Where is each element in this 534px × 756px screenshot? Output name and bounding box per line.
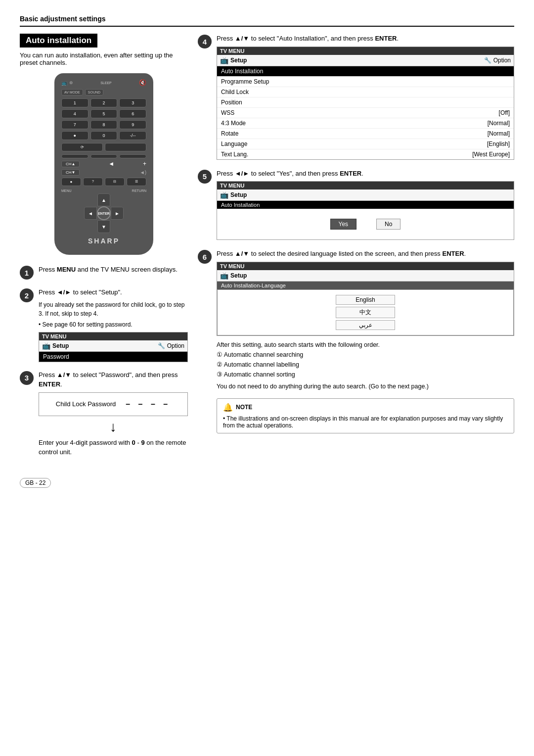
dpad: ▲ ▼ ◄ ► ENTER: [84, 193, 124, 233]
step-4-position-row: Position: [217, 97, 514, 108]
position-label: Position: [221, 99, 242, 106]
dpad-up[interactable]: ▲: [97, 193, 110, 206]
step-6-setup-row: 📺 Setup: [217, 270, 514, 282]
btn-extra1[interactable]: ⟳: [61, 143, 103, 151]
no-action-text: You do not need to do anything during th…: [217, 381, 514, 391]
vol-minus[interactable]: ◄: [108, 160, 114, 167]
step-2-subtext1: If you already set the password for chil…: [39, 300, 188, 318]
step-4-childlock-row: Child Lock: [217, 87, 514, 97]
dpad-down[interactable]: ▼: [97, 220, 110, 233]
mode43-label: 4:3 Mode: [221, 120, 246, 127]
setup-label: Setup: [52, 342, 69, 349]
btn-9[interactable]: 9: [119, 120, 146, 129]
btn-extra5[interactable]: [119, 154, 146, 158]
enter-btn[interactable]: ENTER: [97, 206, 111, 220]
step-5-setup-label: Setup: [230, 191, 247, 198]
number-grid: 1 2 3 4 5 6 7 8 9 ● 0 -/--: [61, 98, 146, 140]
no-btn[interactable]: No: [376, 219, 400, 230]
btn-sm4[interactable]: ☰: [127, 178, 146, 186]
lang-btn-chinese[interactable]: 中文: [336, 307, 395, 318]
step-1-content: Press MENU and the TV MENU screen displa…: [39, 265, 188, 278]
note-header: 🔔 NOTE: [223, 403, 508, 412]
btn-8[interactable]: 8: [90, 120, 118, 129]
step-2-block: 2 Press ◄/► to select "Setup". If you al…: [20, 287, 188, 362]
order-item-3: ③ Automatic channel sorting: [217, 370, 514, 379]
step-4-auto-install-row: Auto Installation: [217, 66, 514, 77]
remote-logo: SHARP: [61, 237, 146, 245]
btn-sm3[interactable]: ⊟: [105, 178, 125, 186]
btn-3[interactable]: 3: [119, 98, 146, 107]
btn-sm1[interactable]: ●: [61, 178, 81, 186]
ch-down-btn[interactable]: CH▼: [61, 169, 80, 176]
btn-0[interactable]: 0: [90, 131, 118, 140]
step-3-num: 3: [20, 371, 34, 385]
child-lock-label: Child Lock Password: [56, 400, 116, 408]
btn-extra3[interactable]: [61, 154, 89, 158]
wss-value: [Off]: [499, 109, 510, 116]
note-label: NOTE: [236, 404, 252, 411]
step-2-menu-header: TV MENU: [39, 332, 187, 340]
dpad-right[interactable]: ►: [111, 207, 124, 220]
btn-1[interactable]: 1: [61, 98, 89, 107]
page-num: 22: [39, 479, 45, 486]
btn-extra4[interactable]: [90, 154, 118, 158]
step-4-option-icon: 🔧: [484, 57, 491, 64]
step-4-text: Press ▲/▼ to select "Auto Installation",…: [217, 34, 514, 44]
step-6-block: 6 Press ▲/▼ to select the desired langua…: [198, 249, 514, 433]
childlock-label: Child Lock: [221, 89, 249, 95]
intro-text: You can run auto installation, even afte…: [20, 51, 188, 66]
btn-5[interactable]: 5: [90, 109, 118, 118]
btn-2[interactable]: 2: [90, 98, 118, 107]
step-1-num: 1: [20, 266, 34, 280]
yes-btn[interactable]: Yes: [330, 219, 357, 230]
step-4-textlang-row: Text Lang. [West Europe]: [217, 149, 514, 159]
av-mode-btn[interactable]: AV MODE: [61, 89, 83, 95]
step-6-menu-header: TV MENU: [217, 262, 514, 270]
return-label: RETURN: [132, 189, 146, 192]
sound-btn[interactable]: SOUND: [85, 89, 103, 95]
step-4-language-row: Language [English]: [217, 139, 514, 149]
step-1-block: 1 Press MENU and the TV MENU screen disp…: [20, 265, 188, 280]
btn-extra2[interactable]: [105, 143, 146, 151]
lang-btn-english[interactable]: English: [336, 295, 395, 305]
step-4-num: 4: [198, 35, 212, 48]
step-6-num: 6: [198, 250, 212, 264]
ch-up-btn[interactable]: CH▲: [61, 161, 80, 167]
step-6-lang-header: Auto Installation-Language: [217, 282, 514, 289]
language-label: Language: [221, 141, 247, 147]
sleep-label: SLEEP: [100, 81, 112, 85]
step-5-text: Press ◄/► to select "Yes", and then pres…: [217, 169, 514, 179]
btn-6[interactable]: 6: [119, 109, 146, 118]
after-search-section: After this setting, auto search starts w…: [217, 340, 514, 391]
dvd-icon: ⊕: [69, 80, 73, 85]
step-4-rotate-row: Rotate [Normal]: [217, 129, 514, 139]
step-1-text: Press MENU and the TV MENU screen displa…: [39, 265, 188, 275]
step-4-43mode-row: 4:3 Mode [Normal]: [217, 118, 514, 129]
step-5-setup-icon: 📺: [220, 191, 228, 199]
note-icon: 🔔: [223, 403, 233, 412]
btn-sm2[interactable]: ?: [83, 178, 103, 186]
mode43-value: [Normal]: [488, 120, 510, 127]
btn-4[interactable]: 4: [61, 109, 89, 118]
step-4-menu-header: TV MENU: [217, 47, 514, 55]
step-4-block: 4 Press ▲/▼ to select "Auto Installation…: [198, 34, 514, 160]
lang-btn-arabic[interactable]: عربي: [336, 320, 395, 330]
textlang-value: [West Europe]: [472, 151, 510, 158]
order-item-1: ① Automatic channel searching: [217, 350, 514, 360]
step-6-setup-icon: 📺: [220, 272, 228, 280]
auto-install-label: Auto Installation: [221, 68, 263, 75]
step-4-setup-icon: 📺: [220, 56, 228, 64]
remote-top-icons: 📺 ⊕: [61, 80, 73, 86]
password-label: Password: [43, 353, 69, 360]
yes-no-row: Yes No: [217, 209, 514, 239]
btn-7[interactable]: 7: [61, 120, 89, 129]
password-dashes: – – – –: [126, 400, 171, 409]
dpad-left[interactable]: ◄: [84, 207, 97, 220]
option-icon: 🔧: [158, 342, 165, 349]
btn-dot[interactable]: ●: [61, 131, 89, 140]
note-text: • The illustrations and on-screen displa…: [223, 415, 508, 429]
btn-dash[interactable]: -/--: [119, 131, 146, 140]
step-4-wss-row: WSS [Off]: [217, 108, 514, 118]
vol-plus[interactable]: +: [143, 160, 146, 167]
step-2-password-row: Password: [39, 352, 187, 362]
